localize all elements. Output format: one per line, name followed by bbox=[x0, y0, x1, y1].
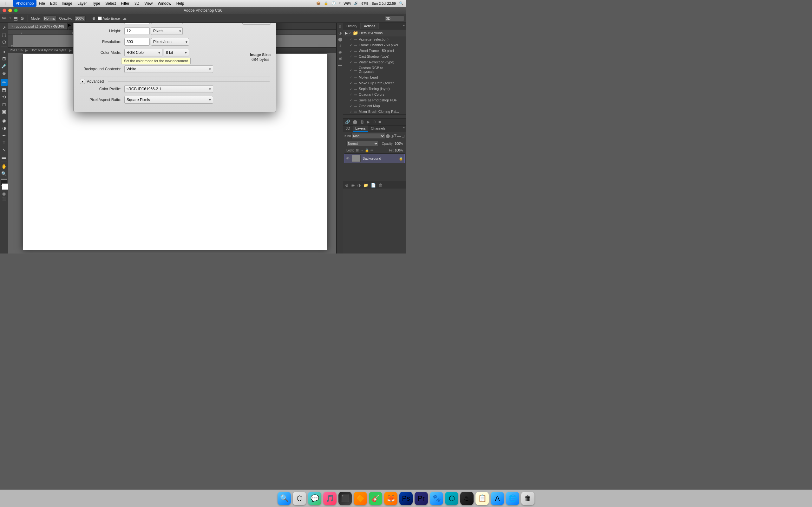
tab-layers[interactable]: Layers bbox=[353, 125, 368, 132]
height-input[interactable] bbox=[124, 27, 150, 35]
actions-tab[interactable]: Actions bbox=[361, 23, 379, 29]
panel-menu-icon[interactable]: ≡ bbox=[402, 23, 406, 29]
tab-channels[interactable]: Channels bbox=[368, 125, 388, 132]
move-tool[interactable]: ↗ bbox=[1, 24, 8, 31]
menu-layer[interactable]: Layer bbox=[75, 0, 90, 7]
action-gradient-map[interactable]: ✓ ▬ Gradient Map bbox=[343, 103, 406, 109]
canvas-workspace[interactable]: New OK Cancel Save Preset... Delete Pres… bbox=[13, 35, 336, 47]
action-vignette[interactable]: ✓ ▬ Vignette (selection) bbox=[343, 37, 406, 42]
cloud-sync-icon[interactable]: ☁ bbox=[122, 16, 126, 20]
layers-filter-adj-icon[interactable]: ◑ bbox=[391, 134, 394, 138]
delete-action-icon[interactable]: 🗑 bbox=[359, 119, 365, 124]
menu-view[interactable]: View bbox=[142, 0, 155, 7]
doc-tab[interactable]: × ruggggg.psd @ 2610% (RGB/8) bbox=[8, 23, 67, 30]
default-actions-header[interactable]: ▶ ✓ 📁 Default Actions bbox=[343, 30, 406, 37]
blend-mode-select[interactable]: Normal bbox=[346, 141, 379, 146]
panel-styles-icon[interactable]: ⬤ bbox=[338, 37, 343, 42]
quick-select-tool[interactable]: ⬥ bbox=[1, 48, 8, 55]
panels-collapse-icon[interactable]: ▶ bbox=[68, 23, 68, 30]
clone-tool[interactable]: ⬒ bbox=[1, 86, 8, 93]
brush-preset-icon[interactable]: ⬒ bbox=[14, 16, 18, 21]
path-select-tool[interactable]: ↖ bbox=[1, 147, 8, 153]
spotlight-icon[interactable]: 🔍 bbox=[399, 1, 403, 5]
crop-tool[interactable]: ⊞ bbox=[1, 55, 8, 62]
panel-color-icon[interactable]: ◉ bbox=[338, 49, 343, 55]
action-frame-channel[interactable]: ✓ ▬ Frame Channel - 50 pixel bbox=[343, 42, 406, 48]
advanced-toggle-icon[interactable]: ▲ bbox=[80, 79, 85, 84]
action-mixer-brush[interactable]: ✓ ▬ Mixer Brush Cloning Pai... bbox=[343, 109, 406, 114]
new-group-icon[interactable]: 📁 bbox=[362, 183, 369, 187]
lock-position-icon[interactable]: ↔ bbox=[360, 149, 363, 153]
menu-3d[interactable]: 3D bbox=[132, 0, 142, 7]
doc-info-arrow-icon[interactable]: ▶ bbox=[69, 48, 72, 53]
panel-swatches-icon[interactable]: ▣ bbox=[338, 56, 343, 61]
panel-adjustments-icon[interactable]: ◑ bbox=[338, 31, 343, 36]
eyedropper-tool[interactable]: 💉 bbox=[1, 62, 8, 69]
action-molten-lead[interactable]: ✓ ▬ Molten Lead bbox=[343, 74, 406, 80]
layer-visibility-icon[interactable]: 👁 bbox=[346, 156, 350, 161]
brush-tool[interactable]: ✏ bbox=[1, 79, 8, 86]
history-tab[interactable]: History bbox=[343, 23, 361, 29]
add-adjustment-icon[interactable]: ◑ bbox=[357, 183, 361, 187]
close-button[interactable] bbox=[3, 9, 6, 12]
play-action-icon[interactable]: ▶ bbox=[366, 119, 370, 124]
pixel-aspect-select[interactable]: Square Pixels bbox=[124, 96, 213, 104]
kind-select[interactable]: Kind bbox=[351, 133, 385, 139]
bg-contents-select[interactable]: White Background Color Transparent bbox=[124, 65, 213, 73]
maximize-button[interactable] bbox=[14, 9, 18, 12]
layers-filter-smart-icon[interactable]: ◻ bbox=[402, 134, 405, 138]
menu-edit[interactable]: Edit bbox=[48, 0, 59, 7]
resolution-unit-select[interactable]: Pixels/Inch Pixels/Centimeter bbox=[151, 38, 189, 46]
zoom-tool[interactable]: 🔍 bbox=[1, 170, 8, 177]
close-doc-icon[interactable]: × bbox=[11, 24, 13, 28]
menu-file[interactable]: File bbox=[37, 0, 48, 7]
new-action-set-icon[interactable]: 🔗 bbox=[345, 119, 351, 124]
group-visibility-check[interactable]: ✓ bbox=[349, 32, 351, 35]
action-quadrant-colors[interactable]: ✓ ▬ Quadrant Colors bbox=[343, 92, 406, 97]
menu-image[interactable]: Image bbox=[59, 0, 75, 7]
actions-panel[interactable]: ▶ ✓ 📁 Default Actions ✓ ▬ Vignette (sele… bbox=[343, 30, 406, 118]
action-clip-path[interactable]: ✓ ▬ Make Clip Path (selecti... bbox=[343, 80, 406, 86]
blur-tool[interactable]: ◉ bbox=[1, 117, 8, 124]
brush-settings-icon[interactable]: ⚙ bbox=[20, 16, 24, 21]
action-water-reflection[interactable]: ✓ ▬ Water Reflection (type) bbox=[343, 59, 406, 65]
menu-filter[interactable]: Filter bbox=[118, 0, 132, 7]
shape-tool[interactable]: ▬ bbox=[1, 154, 8, 161]
width-unit-select[interactable]: Pixels Inches Centimeters bbox=[151, 23, 183, 24]
height-unit-select[interactable]: Pixels Inches bbox=[151, 27, 183, 35]
auto-erase-label[interactable]: Auto Erase bbox=[98, 16, 120, 20]
quick-mask-toggle[interactable]: ⬤ bbox=[2, 192, 6, 195]
heal-tool[interactable]: ⊕ bbox=[1, 70, 8, 77]
delete-layer-icon[interactable]: 🗑 bbox=[378, 183, 383, 187]
bit-depth-select[interactable]: 8 bit 16 bit 32 bit bbox=[164, 49, 189, 56]
mode-select[interactable]: Normal bbox=[43, 15, 56, 21]
action-wood-frame[interactable]: ✓ ▬ Wood Frame - 50 pixel bbox=[343, 48, 406, 54]
record-action-icon[interactable]: ⊙ bbox=[372, 119, 376, 124]
panel-gradient-icon[interactable]: ▬ bbox=[338, 62, 343, 67]
background-layer[interactable]: 👁 Background 🔒 bbox=[345, 154, 405, 163]
menu-photoshop[interactable]: Photoshop bbox=[13, 0, 36, 7]
panel-info-icon[interactable]: ℹ bbox=[338, 43, 343, 48]
add-layer-style-icon[interactable]: ⊕ bbox=[345, 183, 349, 187]
auto-erase-checkbox[interactable] bbox=[98, 16, 102, 20]
panel-filter-icon[interactable]: ⊕ bbox=[338, 24, 343, 29]
screen-mode-toggle[interactable]: ⬛ bbox=[2, 197, 6, 201]
lasso-tool[interactable]: ⬡ bbox=[1, 39, 8, 46]
menu-select[interactable]: Select bbox=[103, 0, 118, 7]
add-mask-icon[interactable]: ◉ bbox=[351, 183, 355, 187]
action-sepia-toning[interactable]: ✓ ▬ Sepia Toning (layer) bbox=[343, 86, 406, 92]
action-cast-shadow[interactable]: ✓ ▬ Cast Shadow (type) bbox=[343, 54, 406, 59]
lock-paint-icon[interactable]: ✏ bbox=[370, 148, 373, 153]
menu-type[interactable]: Type bbox=[90, 0, 103, 7]
apple-menu[interactable]:  bbox=[3, 0, 9, 7]
action-custom-rgb[interactable]: ✓ ▬ Custom RGB to Grayscale bbox=[343, 65, 406, 74]
stop-action-icon[interactable]: ■ bbox=[378, 119, 382, 124]
dodge-tool[interactable]: ◑ bbox=[1, 124, 8, 131]
minimize-button[interactable] bbox=[8, 9, 12, 12]
new-layer-icon[interactable]: 📄 bbox=[370, 183, 376, 187]
action-save-pdf[interactable]: ✓ ▬ Save as Photoshop PDF bbox=[343, 97, 406, 103]
layers-filter-type-icon[interactable]: T bbox=[394, 134, 397, 138]
menu-window[interactable]: Window bbox=[155, 0, 174, 7]
hand-tool[interactable]: ✋ bbox=[1, 163, 8, 170]
opacity-select[interactable]: 100% bbox=[74, 15, 86, 21]
